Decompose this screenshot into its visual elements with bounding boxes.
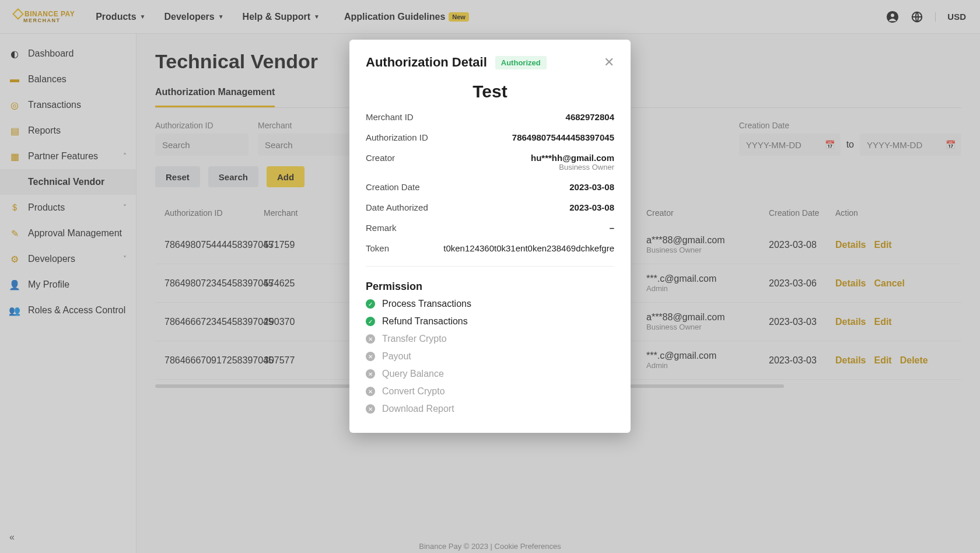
permission-item: ✕Transfer Crypto <box>366 334 614 344</box>
label-merchant-id: Merchant ID <box>366 112 414 122</box>
permission-item: ✕Query Balance <box>366 369 614 379</box>
value-token: t0ken124360t0k31ent0ken238469dchkefgre <box>443 243 614 253</box>
permission-list: ✓Process Transactions✓Refund Transaction… <box>366 299 614 414</box>
close-icon[interactable]: ✕ <box>604 56 614 69</box>
permission-label: Query Balance <box>382 369 444 379</box>
divider <box>366 266 614 267</box>
permission-label: Download Report <box>382 404 454 414</box>
permission-label: Refund Transactions <box>382 316 468 327</box>
label-remark: Remark <box>366 223 397 233</box>
value-date-authorized: 2023-03-08 <box>569 202 614 212</box>
permission-heading: Permission <box>366 281 614 293</box>
value-auth-id: 786498075444458397045 <box>512 132 614 142</box>
x-icon: ✕ <box>366 387 375 396</box>
modal-title: Authorization Detail <box>366 55 487 70</box>
label-token: Token <box>366 243 389 253</box>
value-merchant-id: 4682972804 <box>566 112 614 122</box>
permission-label: Convert Crypto <box>382 386 445 397</box>
check-icon: ✓ <box>366 317 375 326</box>
permission-item: ✕Payout <box>366 351 614 362</box>
label-auth-id: Authorization ID <box>366 132 428 142</box>
x-icon: ✕ <box>366 334 375 344</box>
status-badge: Authorized <box>495 56 547 69</box>
permission-item: ✕Convert Crypto <box>366 386 614 397</box>
permission-label: Payout <box>382 351 411 362</box>
label-date-authorized: Date Authorized <box>366 202 428 212</box>
modal-entity-name: Test <box>366 82 614 102</box>
x-icon: ✕ <box>366 369 375 379</box>
permission-item: ✕Download Report <box>366 404 614 414</box>
label-creator: Creator <box>366 153 395 163</box>
value-creator-role: Business Owner <box>531 163 614 172</box>
value-creation-date: 2023-03-08 <box>569 182 614 192</box>
permission-label: Transfer Crypto <box>382 334 447 344</box>
check-icon: ✓ <box>366 299 375 309</box>
value-creator: hu***hh@gmail.com <box>531 153 614 163</box>
permission-item: ✓Refund Transactions <box>366 316 614 327</box>
x-icon: ✕ <box>366 404 375 414</box>
label-creation-date: Creation Date <box>366 182 420 192</box>
authorization-detail-modal: Authorization Detail Authorized ✕ Test M… <box>349 40 631 433</box>
permission-label: Process Transactions <box>382 299 471 309</box>
value-remark: – <box>610 223 614 233</box>
x-icon: ✕ <box>366 352 375 361</box>
permission-item: ✓Process Transactions <box>366 299 614 309</box>
